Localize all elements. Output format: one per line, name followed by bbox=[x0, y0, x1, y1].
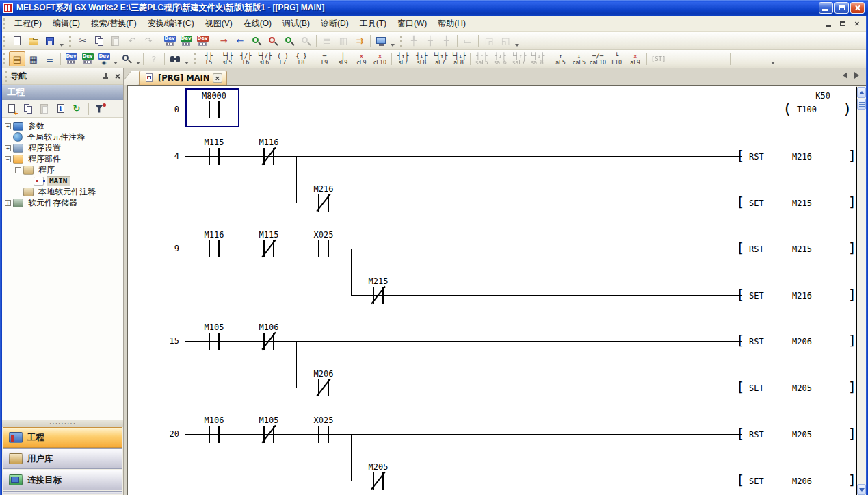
tab-prg-main[interactable]: [PRG] MAIN bbox=[139, 71, 227, 85]
scrollbar-track[interactable] bbox=[857, 110, 866, 483]
menu-window[interactable]: 窗口(W) bbox=[392, 15, 432, 32]
task-list-button[interactable]: ≡ bbox=[42, 51, 58, 66]
rising-pulse-op-button[interactable]: ↑aF5 bbox=[551, 51, 570, 68]
draw-line-button[interactable]: └F10 bbox=[607, 51, 626, 68]
or-falling-pulse-button[interactable]: └┤↓├aF8 bbox=[449, 51, 468, 68]
device-comment-button[interactable] bbox=[161, 34, 178, 49]
copy-button[interactable] bbox=[91, 34, 107, 49]
start-simulation-button[interactable] bbox=[373, 34, 389, 49]
or-close-contact-button[interactable]: └┤/├sF6 bbox=[255, 51, 274, 68]
view-button-partial[interactable] bbox=[3, 491, 122, 494]
sort-data-button[interactable] bbox=[92, 101, 107, 116]
cross-reference-button[interactable] bbox=[167, 51, 183, 66]
tree-item-device-memory[interactable]: +软元件存储器 bbox=[2, 197, 123, 208]
device-label-display-button[interactable] bbox=[79, 51, 96, 66]
panel-splitter[interactable] bbox=[2, 420, 123, 427]
toolbar-overflow-chevron[interactable] bbox=[183, 51, 189, 66]
toolbar-grip[interactable] bbox=[3, 36, 6, 47]
view-button-connection-destination[interactable]: 连接目标 bbox=[3, 470, 122, 490]
coil-button[interactable]: ( )F7 bbox=[274, 51, 292, 68]
online-program-change-button[interactable]: ⇉ bbox=[352, 34, 368, 49]
menu-find-replace[interactable]: 搜索/替换(F) bbox=[86, 15, 142, 32]
intelligent-function-module-button[interactable] bbox=[194, 34, 211, 49]
view-button-user-library[interactable]: 用户库 bbox=[3, 448, 122, 469]
scroll-up-button[interactable] bbox=[857, 87, 866, 98]
scroll-down-button[interactable] bbox=[857, 484, 866, 495]
device-monitor-window-button[interactable] bbox=[178, 34, 194, 49]
view-button-project[interactable]: 工程 bbox=[3, 427, 122, 448]
new-data-button[interactable] bbox=[4, 101, 19, 116]
delete-vertical-line-button[interactable]: ×cF10 bbox=[371, 51, 389, 68]
menubar-grip[interactable] bbox=[3, 18, 6, 29]
tree-item-local-device-comment[interactable]: 本地软元件注释 bbox=[2, 186, 123, 197]
toolbar-grip[interactable] bbox=[400, 36, 403, 47]
delete-line-button[interactable]: ×aF9 bbox=[626, 51, 644, 68]
tree-item-pou[interactable]: −程序部件 bbox=[2, 153, 123, 164]
pin-icon[interactable] bbox=[101, 72, 110, 81]
save-project-button[interactable] bbox=[42, 34, 58, 49]
menu-tool[interactable]: 工具(T) bbox=[354, 15, 392, 32]
new-project-button[interactable] bbox=[9, 34, 25, 49]
ladder-editor-canvas[interactable] bbox=[127, 85, 866, 495]
toolbar-grip[interactable] bbox=[69, 36, 72, 47]
restore-button[interactable] bbox=[834, 2, 849, 14]
menu-help[interactable]: 帮助(H) bbox=[432, 15, 471, 32]
edit-contact-coil-button[interactable] bbox=[691, 51, 709, 68]
expander-icon[interactable]: + bbox=[5, 145, 11, 151]
edit-inline-st-button[interactable] bbox=[709, 51, 728, 68]
menu-edit[interactable]: 编辑(E) bbox=[47, 15, 86, 32]
application-instruction-button[interactable]: { }F8 bbox=[292, 51, 311, 68]
tree-item-program[interactable]: −程序 bbox=[2, 164, 123, 175]
module-configuration-button[interactable]: ▦ bbox=[25, 51, 42, 66]
toolbar-overflow-chevron[interactable] bbox=[389, 34, 395, 49]
panel-close-icon[interactable] bbox=[114, 73, 120, 79]
device-comment-display-button[interactable] bbox=[63, 51, 79, 66]
document-restore-button[interactable] bbox=[837, 19, 847, 28]
scroll-tabs-right-button[interactable] bbox=[852, 71, 860, 79]
menu-online[interactable]: 在线(O) bbox=[238, 15, 277, 32]
expander-icon[interactable]: − bbox=[15, 167, 21, 173]
cut-button[interactable]: ✂ bbox=[75, 34, 91, 49]
toolbar-grip[interactable] bbox=[3, 53, 6, 64]
monitor-stop-button[interactable] bbox=[265, 34, 281, 49]
tree-item-main[interactable]: MAIN bbox=[2, 175, 123, 186]
expander-icon[interactable]: + bbox=[5, 200, 11, 206]
expander-icon[interactable]: + bbox=[5, 123, 11, 129]
rising-pulse-contact-button[interactable]: ┤↑├sF7 bbox=[394, 51, 412, 68]
edit-ladder-block-button[interactable] bbox=[672, 51, 691, 68]
open-contact-button[interactable]: ┤├F5 bbox=[200, 51, 218, 68]
close-button[interactable] bbox=[850, 2, 865, 14]
toolbar-overflow-chevron[interactable] bbox=[514, 34, 520, 49]
horizontal-line-button[interactable]: ─F9 bbox=[315, 51, 334, 68]
document-minimize-button[interactable] bbox=[823, 19, 833, 28]
zoom-button[interactable] bbox=[751, 51, 770, 68]
menu-diagnostics[interactable]: 诊断(D) bbox=[315, 15, 354, 32]
open-project-button[interactable] bbox=[25, 34, 42, 49]
copy-data-button[interactable] bbox=[21, 101, 36, 116]
read-from-plc-button[interactable]: ← bbox=[232, 34, 248, 49]
navigation-window-toggle-button[interactable]: ▤ bbox=[9, 51, 25, 66]
menu-convert-compile[interactable]: 变换/编译(C) bbox=[142, 15, 200, 32]
close-contact-button[interactable]: ┤/├F6 bbox=[237, 51, 255, 68]
refresh-view-button[interactable] bbox=[70, 101, 85, 116]
minimize-button[interactable] bbox=[819, 2, 833, 14]
menu-project[interactable]: 工程(P) bbox=[9, 15, 47, 32]
write-to-plc-button[interactable]: → bbox=[215, 34, 232, 49]
falling-pulse-contact-button[interactable]: ┤↓├sF8 bbox=[412, 51, 431, 68]
device-find-dropdown-arrow[interactable] bbox=[135, 51, 141, 66]
tree-item-parameter[interactable]: +参数 bbox=[2, 120, 123, 131]
comment-display-mode-dropdown-arrow[interactable] bbox=[112, 51, 118, 66]
scroll-tabs-left-button[interactable] bbox=[841, 71, 849, 79]
monitor-write-mode-button[interactable] bbox=[281, 34, 298, 49]
tree-item-program-setting[interactable]: +程序设置 bbox=[2, 142, 123, 153]
comment-display-mode-button[interactable] bbox=[96, 51, 112, 66]
menu-debug[interactable]: 调试(B) bbox=[277, 15, 315, 32]
toolbar-overflow-chevron[interactable] bbox=[58, 34, 64, 49]
document-close-button[interactable] bbox=[852, 19, 862, 28]
or-rising-pulse-button[interactable]: └┤↑├aF7 bbox=[431, 51, 449, 68]
or-open-contact-button[interactable]: └┤├sF5 bbox=[218, 51, 237, 68]
invert-operation-result-button[interactable]: ─/─caF10 bbox=[588, 51, 607, 68]
toolbar-overflow-chevron[interactable] bbox=[770, 51, 776, 66]
data-properties-button[interactable] bbox=[53, 101, 68, 116]
device-find-button[interactable] bbox=[118, 51, 135, 66]
